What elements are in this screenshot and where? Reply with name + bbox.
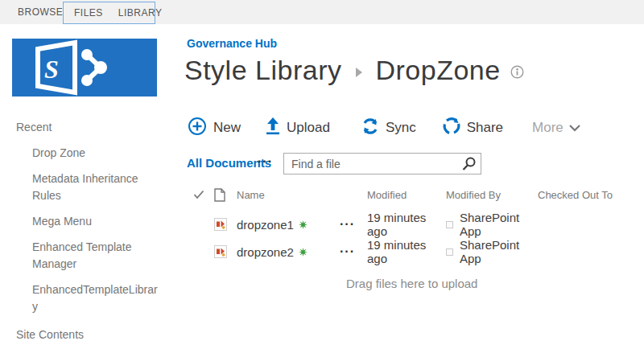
contextual-tab-group: FILES LIBRARY bbox=[63, 2, 155, 24]
sidebar-item-mega-menu[interactable]: Mega Menu bbox=[32, 213, 161, 230]
item-menu-ellipsis[interactable]: ··· bbox=[340, 217, 367, 232]
more-button-label: More bbox=[532, 120, 564, 136]
new-item-star-icon bbox=[299, 248, 308, 257]
view-filter-row: All Documents ··· bbox=[187, 153, 638, 175]
file-name-label: dropzone1 bbox=[237, 218, 294, 232]
sync-refresh-icon bbox=[361, 117, 379, 138]
new-item-star-icon bbox=[299, 220, 308, 229]
item-menu-ellipsis[interactable]: ··· bbox=[340, 244, 367, 259]
tab-browse[interactable]: BROWSE bbox=[18, 0, 63, 24]
breadcrumb-site-link[interactable]: Governance Hub bbox=[187, 37, 277, 50]
recent-heading: Recent bbox=[16, 121, 165, 133]
sync-button[interactable]: Sync bbox=[361, 117, 416, 138]
upload-arrow-icon bbox=[266, 117, 280, 138]
chevron-down-icon bbox=[569, 121, 580, 135]
title-library-link[interactable]: Style Library bbox=[184, 55, 341, 86]
info-icon[interactable] bbox=[510, 65, 524, 82]
sync-button-label: Sync bbox=[386, 120, 416, 136]
share-button[interactable]: Share bbox=[443, 117, 503, 138]
document-toolbar: New Upload Sync bbox=[188, 117, 580, 138]
webpart-file-icon bbox=[214, 218, 237, 231]
modified-by-label: SharePoint App bbox=[460, 211, 538, 238]
sidebar-item-enhanced-template-manager[interactable]: Enhanced Template Manager bbox=[32, 239, 161, 273]
select-all-check-icon[interactable] bbox=[193, 190, 214, 199]
plus-circle-icon bbox=[188, 117, 207, 139]
breadcrumb-arrow-icon bbox=[356, 68, 362, 77]
column-header-modified[interactable]: Modified bbox=[367, 189, 446, 201]
table-row: dropzone2 ··· 19 minutes ago SharePoint … bbox=[193, 238, 641, 265]
tab-files[interactable]: FILES bbox=[74, 2, 103, 23]
share-button-label: Share bbox=[467, 120, 503, 136]
tab-library[interactable]: LIBRARY bbox=[118, 2, 163, 23]
new-button[interactable]: New bbox=[188, 117, 241, 139]
ribbon-bar: BROWSE FILES LIBRARY bbox=[0, 0, 644, 24]
share-circle-icon bbox=[443, 117, 460, 138]
column-header-checked-out-to[interactable]: Checked Out To bbox=[538, 189, 641, 201]
modified-by-user[interactable]: SharePoint App bbox=[446, 238, 538, 265]
column-header-modified-by[interactable]: Modified By bbox=[446, 189, 538, 201]
file-link-dropzone2[interactable]: dropzone2 bbox=[237, 245, 340, 259]
presence-indicator-icon bbox=[446, 221, 453, 228]
upload-button[interactable]: Upload bbox=[266, 117, 330, 138]
title-current-folder: DropZone bbox=[375, 55, 500, 86]
file-link-dropzone1[interactable]: dropzone1 bbox=[237, 218, 340, 232]
quick-launch-nav: Recent Drop Zone Metadata Inheritance Ru… bbox=[16, 121, 165, 341]
file-name-label: dropzone2 bbox=[237, 245, 294, 259]
modified-by-user[interactable]: SharePoint App bbox=[446, 211, 538, 238]
webpart-file-icon bbox=[214, 245, 237, 258]
modified-value: 19 minutes ago bbox=[367, 238, 446, 265]
page-title: Style Library DropZone bbox=[184, 55, 524, 86]
drag-files-hint: Drag files here to upload bbox=[346, 277, 641, 290]
table-row: dropzone1 ··· 19 minutes ago SharePoint … bbox=[193, 211, 641, 238]
documents-list: Name Modified Modified By Checked Out To… bbox=[193, 185, 641, 290]
sidebar-item-site-contents[interactable]: Site Contents bbox=[16, 328, 165, 341]
search-icon[interactable] bbox=[462, 157, 476, 174]
upload-button-label: Upload bbox=[287, 120, 330, 136]
column-header-name[interactable]: Name bbox=[237, 189, 340, 201]
presence-indicator-icon bbox=[446, 248, 453, 256]
modified-value: 19 minutes ago bbox=[367, 211, 446, 238]
search-input[interactable] bbox=[284, 154, 456, 174]
sidebar-item-metadata-inheritance-rules[interactable]: Metadata Inheritance Rules bbox=[32, 170, 161, 204]
sharepoint-logo[interactable]: S bbox=[12, 39, 157, 96]
sidebar-item-drop-zone[interactable]: Drop Zone bbox=[32, 145, 161, 162]
view-more-ellipsis[interactable]: ··· bbox=[258, 154, 273, 169]
svg-text:S: S bbox=[44, 55, 59, 84]
sharepoint-library-page: BROWSE FILES LIBRARY S Recent Drop Zone … bbox=[0, 0, 644, 349]
more-menu-button[interactable]: More bbox=[532, 120, 580, 136]
sidebar-item-enhancedtemplatelibrary[interactable]: EnhancedTemplateLibrary bbox=[32, 281, 161, 315]
sharepoint-logo-icon: S bbox=[12, 39, 157, 96]
new-button-label: New bbox=[213, 120, 241, 136]
table-header-row: Name Modified Modified By Checked Out To bbox=[193, 185, 641, 204]
find-a-file-searchbox bbox=[283, 153, 481, 174]
file-type-column-icon[interactable] bbox=[214, 188, 237, 202]
modified-by-label: SharePoint App bbox=[460, 238, 538, 265]
